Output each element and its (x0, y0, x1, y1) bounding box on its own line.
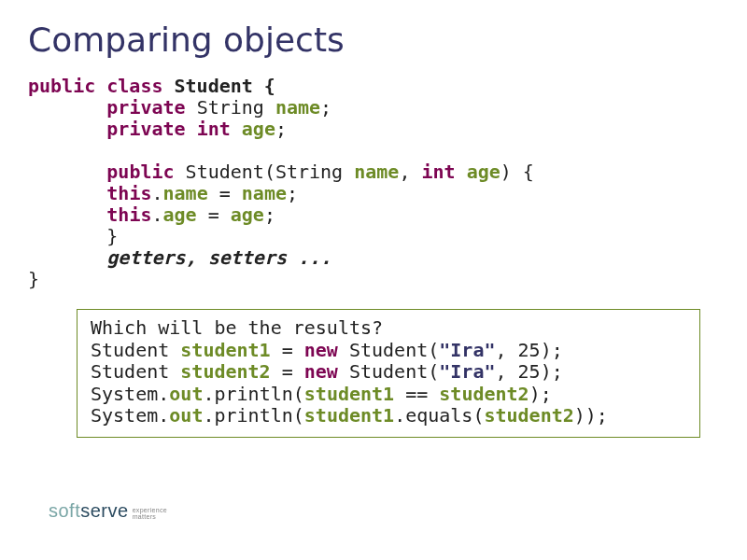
question-box: Which will be the results? Student stude… (77, 309, 700, 438)
code-token: . (151, 182, 162, 204)
q-token: student1 (180, 339, 270, 361)
code-token: this (106, 182, 151, 204)
code-token: ; (287, 182, 298, 204)
slide: Comparing objects public class Student {… (0, 0, 747, 438)
code-token (28, 118, 106, 140)
code-token: } (28, 268, 39, 290)
logo: softserveexperiencematters (49, 500, 167, 522)
q-token: Student (91, 360, 180, 383)
code-token: . (151, 203, 162, 226)
q-token: == (394, 383, 439, 405)
code-token: = (208, 182, 242, 204)
q-token: System. (91, 383, 169, 405)
code-token: age (231, 203, 264, 226)
q-token: Student( (338, 360, 439, 383)
code-token: this (106, 203, 151, 226)
code-token (28, 246, 106, 269)
q-token: Student( (338, 339, 439, 361)
logo-serve: serve (80, 500, 128, 521)
q-token: out (169, 404, 203, 427)
code-token: ; (320, 96, 331, 119)
code-token (456, 161, 467, 183)
q-token: new (304, 339, 338, 361)
code-token: , (186, 246, 208, 269)
q-token: = (271, 339, 304, 361)
question-line: Which will be the results? (91, 317, 686, 340)
q-token: )); (574, 404, 608, 427)
logo-tag-line2: matters (133, 513, 156, 520)
q-token: student1 (304, 404, 394, 427)
code-token (231, 118, 242, 140)
q-token: new (304, 360, 338, 383)
code-token: public class (28, 75, 163, 97)
code-token: ... (287, 246, 331, 269)
logo-soft: soft (49, 500, 80, 521)
code-token (28, 182, 106, 204)
q-token: .println( (203, 383, 303, 405)
code-token: Student { (163, 75, 275, 97)
code-token: age (242, 118, 275, 140)
code-token: name (354, 161, 399, 183)
logo-tagline: experiencematters (133, 507, 167, 520)
code-token: private (106, 96, 185, 119)
code-token: int (421, 161, 455, 183)
q-token: student1 (304, 383, 394, 405)
code-token: age (467, 161, 500, 183)
code-token: } (106, 225, 118, 247)
code-token: ; (275, 118, 287, 140)
logo-tag-line1: experience (133, 507, 167, 513)
question-line: System.out.println(student1.equals(stude… (91, 405, 686, 427)
code-token: ) { (500, 161, 534, 183)
q-token: "Ira" (439, 360, 495, 383)
code-token: = (197, 203, 231, 226)
code-token: ; (264, 203, 275, 226)
q-token: out (169, 383, 203, 405)
code-token (28, 161, 106, 183)
code-token (28, 203, 106, 226)
code-token: , (399, 161, 421, 183)
q-token: System. (91, 404, 169, 427)
q-token: "Ira" (439, 339, 495, 361)
question-line: Student student2 = new Student("Ira", 25… (91, 361, 686, 384)
q-token: , 25); (496, 339, 563, 361)
code-token (28, 225, 106, 247)
q-token: .println( (203, 404, 303, 427)
q-token: ); (529, 383, 552, 405)
code-token: age (163, 203, 197, 226)
code-token: public (106, 161, 174, 183)
code-token: name (275, 96, 320, 119)
question-line: System.out.println(student1 == student2)… (91, 384, 686, 406)
code-token: setters (208, 246, 287, 269)
q-token: = (271, 360, 304, 383)
q-token: Student (91, 339, 180, 361)
code-token: name (163, 182, 208, 204)
question-line: Student student1 = new Student("Ira", 25… (91, 340, 686, 362)
q-token: student2 (439, 383, 529, 405)
q-token: student2 (180, 360, 270, 383)
q-token: .equals( (394, 404, 484, 427)
code-token: name (242, 182, 287, 204)
code-block: public class Student { private String na… (28, 76, 719, 290)
q-token: student2 (484, 404, 573, 427)
slide-title: Comparing objects (28, 21, 719, 59)
code-token: String (186, 96, 275, 119)
code-token: Student(String (175, 161, 355, 183)
code-token: private int (106, 118, 230, 140)
code-token (28, 96, 106, 119)
logo-text: softserve (49, 500, 129, 521)
code-token: getters (106, 246, 185, 269)
q-token: , 25); (496, 360, 563, 383)
